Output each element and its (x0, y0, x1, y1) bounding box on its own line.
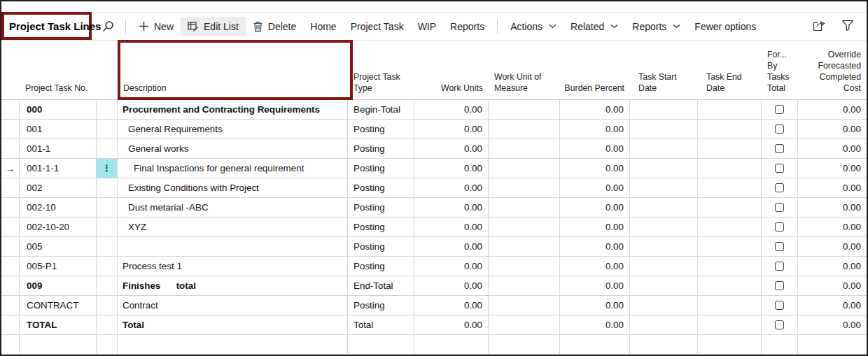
cell-work-unit-of-measure[interactable] (489, 178, 560, 198)
cell-tasks-total[interactable] (762, 100, 798, 120)
cell-tasks-total[interactable] (762, 120, 798, 139)
cell-description[interactable] (118, 335, 348, 355)
column-header-work-units[interactable]: Work Units (414, 40, 489, 100)
cell-override-forecasted-completed-cost[interactable]: 0.00 (798, 198, 867, 218)
cell-work-unit-of-measure[interactable] (489, 335, 560, 355)
tasks-total-checkbox[interactable] (775, 124, 784, 134)
tasks-total-checkbox[interactable] (775, 262, 784, 271)
row-options-cell[interactable]: ⋮ (97, 198, 118, 218)
cell-task-start-date[interactable] (630, 296, 698, 315)
menu-project-task[interactable]: Project Task (344, 17, 411, 36)
cell-override-forecasted-completed-cost[interactable]: 0.00 (798, 257, 867, 276)
cell-work-unit-of-measure[interactable] (489, 276, 560, 296)
cell-task-end-date[interactable] (698, 139, 762, 159)
cell-task-start-date[interactable] (630, 257, 698, 276)
cell-work-units[interactable]: 0.00 (414, 276, 489, 296)
cell-project-task-type[interactable]: Posting (348, 296, 414, 315)
cell-description[interactable]: Contract (118, 296, 348, 315)
cell-task-end-date[interactable] (698, 159, 762, 178)
cell-burden-percent[interactable]: 0.00 (560, 218, 630, 237)
cell-project-task-type[interactable]: Posting (348, 218, 414, 237)
fewer-options-button[interactable]: Fewer options (687, 17, 763, 36)
cell-tasks-total[interactable] (762, 335, 798, 355)
cell-override-forecasted-completed-cost[interactable]: 0.00 (798, 159, 867, 178)
row-options-cell[interactable]: ⋮ (97, 315, 118, 335)
cell-project-task-no[interactable]: 001 (20, 120, 97, 139)
menu-home[interactable]: Home (303, 17, 343, 36)
cell-override-forecasted-completed-cost[interactable]: 0.00 (798, 100, 867, 120)
cell-work-unit-of-measure[interactable] (489, 237, 560, 257)
cell-burden-percent[interactable]: 0.00 (560, 120, 630, 139)
cell-task-end-date[interactable] (698, 315, 762, 335)
cell-work-units[interactable]: 0.00 (414, 120, 489, 139)
cell-work-unit-of-measure[interactable] (489, 139, 560, 159)
cell-task-start-date[interactable] (630, 237, 698, 257)
cell-description[interactable]: General Requirements (118, 120, 348, 139)
cell-project-task-no[interactable]: 002-10 (20, 198, 97, 218)
column-header-project-task-type[interactable]: Project Task Type (348, 40, 414, 100)
share-button[interactable] (813, 20, 826, 34)
cell-project-task-type[interactable]: Total (348, 315, 414, 335)
cell-task-start-date[interactable] (630, 120, 698, 139)
cell-project-task-no[interactable] (20, 335, 97, 355)
cell-work-unit-of-measure[interactable] (489, 296, 560, 315)
cell-override-forecasted-completed-cost[interactable] (798, 335, 867, 355)
row-options-cell[interactable]: ⋮ (97, 100, 118, 120)
cell-tasks-total[interactable] (762, 178, 798, 198)
cell-tasks-total[interactable] (762, 237, 798, 257)
column-header-project-task-no[interactable]: Project Task No. (20, 40, 97, 100)
cell-task-start-date[interactable] (630, 276, 698, 296)
edit-list-button[interactable]: Edit List (181, 17, 246, 36)
cell-task-start-date[interactable] (630, 139, 698, 159)
cell-description[interactable]: Finishes total (118, 276, 348, 296)
cell-work-units[interactable]: 0.00 (414, 139, 489, 159)
cell-description[interactable]: General works (118, 139, 348, 159)
cell-tasks-total[interactable] (762, 315, 798, 335)
cell-project-task-type[interactable]: Posting (348, 198, 414, 218)
cell-override-forecasted-completed-cost[interactable]: 0.00 (798, 276, 867, 296)
cell-work-units[interactable]: 0.00 (414, 257, 489, 276)
cell-task-start-date[interactable] (630, 315, 698, 335)
actions-dropdown[interactable]: Actions (503, 17, 564, 36)
cell-description[interactable]: Procurement and Contracting Requirements (118, 100, 348, 120)
cell-project-task-type[interactable]: Begin-Total (348, 100, 414, 120)
cell-project-task-type[interactable]: Posting (348, 237, 414, 257)
cell-project-task-type[interactable]: Posting (348, 178, 414, 198)
cell-work-units[interactable]: 0.00 (414, 237, 489, 257)
cell-task-end-date[interactable] (698, 296, 762, 315)
cell-project-task-no[interactable]: 002-10-20 (20, 218, 97, 237)
cell-project-task-no[interactable]: 001-1-1 (20, 159, 97, 178)
cell-project-task-no[interactable]: 005-P1 (20, 257, 97, 276)
cell-work-unit-of-measure[interactable] (489, 100, 560, 120)
cell-tasks-total[interactable] (762, 296, 798, 315)
cell-project-task-type[interactable]: End-Total (348, 276, 414, 296)
tasks-total-checkbox[interactable] (775, 320, 784, 329)
row-options-cell[interactable]: ⋮ (97, 257, 118, 276)
tasks-total-checkbox[interactable] (775, 164, 784, 173)
tasks-total-checkbox[interactable] (775, 183, 784, 192)
filter-icon[interactable] (841, 20, 854, 34)
cell-task-end-date[interactable] (698, 335, 762, 355)
cell-override-forecasted-completed-cost[interactable]: 0.00 (798, 296, 867, 315)
cell-task-end-date[interactable] (698, 276, 762, 296)
row-options-cell[interactable]: ⋮ (97, 335, 118, 355)
cell-burden-percent[interactable]: 0.00 (560, 139, 630, 159)
cell-work-unit-of-measure[interactable] (489, 120, 560, 139)
cell-burden-percent[interactable]: 0.00 (560, 237, 630, 257)
reports-dropdown[interactable]: Reports (625, 17, 687, 36)
cell-work-units[interactable] (414, 335, 489, 355)
row-options-cell[interactable]: ⋮ (97, 139, 118, 159)
column-header-tasks-total[interactable]: For... By Tasks Total (762, 40, 798, 100)
tasks-total-checkbox[interactable] (775, 281, 784, 290)
tasks-total-checkbox[interactable] (775, 203, 784, 212)
column-header-task-start-date[interactable]: Task Start Date (630, 40, 698, 100)
tasks-total-checkbox[interactable] (775, 301, 784, 310)
cell-project-task-type[interactable] (348, 335, 414, 355)
menu-wip[interactable]: WIP (411, 17, 443, 36)
cell-description[interactable]: Total (118, 315, 348, 335)
cell-work-units[interactable]: 0.00 (414, 218, 489, 237)
cell-description[interactable] (118, 237, 348, 257)
cell-burden-percent[interactable]: 0.00 (560, 296, 630, 315)
cell-tasks-total[interactable] (762, 139, 798, 159)
cell-override-forecasted-completed-cost[interactable]: 0.00 (798, 237, 867, 257)
